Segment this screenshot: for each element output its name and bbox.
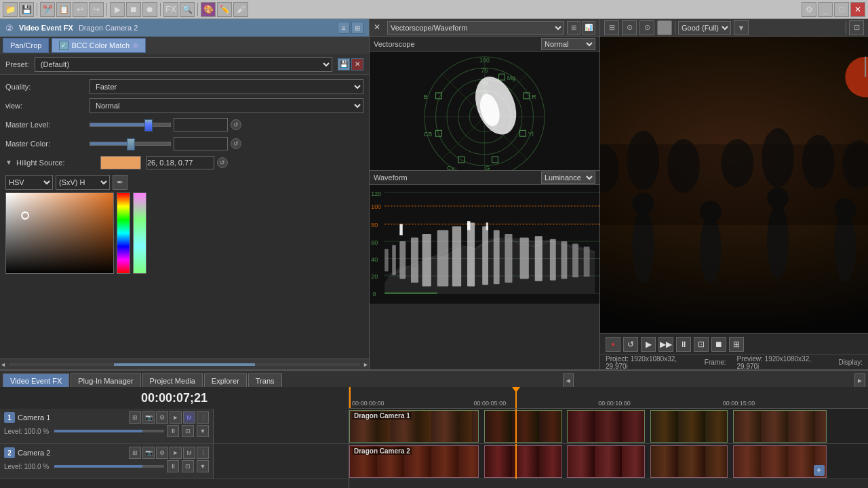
track-1-menu-btn[interactable]: ⋮ <box>197 411 209 424</box>
clip-2-5[interactable]: + <box>733 445 827 478</box>
master-level-thumb[interactable] <box>144 119 153 131</box>
color-cursor[interactable] <box>21 211 29 220</box>
track-2-pause-btn[interactable]: ⏸ <box>167 460 179 472</box>
preview-icon-3[interactable]: ⊙ <box>639 20 654 35</box>
master-level-reset[interactable]: ↺ <box>231 119 241 130</box>
tab-bcc-color-match[interactable]: ✓ BCC Color Match ⊕ <box>52 38 146 53</box>
waveform-mode-select[interactable]: Luminance <box>541 171 595 184</box>
clip-1-5[interactable] <box>733 410 827 443</box>
timeline-ruler[interactable]: 00:00:00:00 00:00:05:00 00:00:10:00 00:0… <box>349 387 868 409</box>
preview-icon-1[interactable]: ⊞ <box>604 20 619 35</box>
track-1-snap-btn[interactable]: ⊡ <box>182 425 194 437</box>
track-2-duplicate-btn[interactable]: ⊞ <box>129 447 141 459</box>
track-2-snap-btn[interactable]: ⊡ <box>182 460 194 472</box>
preview-icon-2[interactable]: ⊙ <box>622 20 637 35</box>
color-gradient-area[interactable] <box>5 192 114 274</box>
color-channel-select[interactable]: (SxV) H <box>56 175 110 190</box>
toolbar-icon-play[interactable]: ▶ <box>110 2 125 17</box>
track-2-down-btn[interactable]: ▼ <box>197 460 209 472</box>
horizontal-scrollbar[interactable] <box>9 363 360 366</box>
hilight-source-value[interactable] <box>146 156 214 169</box>
clip-1-3[interactable] <box>567 410 645 443</box>
panel-collapse-btn[interactable]: ≡ <box>338 22 350 34</box>
scrollbar-thumb[interactable] <box>114 363 254 366</box>
preset-save-btn[interactable]: 💾 <box>338 58 350 70</box>
play-btn[interactable]: ▶ <box>641 337 656 352</box>
panel-grid-btn[interactable]: ⊞ <box>351 22 363 34</box>
clip-1-4[interactable] <box>650 410 728 443</box>
scope-expand-btn[interactable]: ⊞ <box>567 21 580 35</box>
toolbar-icon-minimize[interactable]: _ <box>818 2 833 17</box>
tab-plugin-manager[interactable]: Plug-In Manager <box>71 373 140 387</box>
toolbar-icon-edit[interactable]: ✏️ <box>217 2 232 17</box>
eyedropper-btn[interactable]: ✒ <box>113 175 127 190</box>
vectorscope-mode-select[interactable]: Normal <box>541 38 595 50</box>
toolbar-icon-stop[interactable]: ⏹ <box>126 2 141 17</box>
tab-pan-crop[interactable]: Pan/Crop <box>3 38 49 53</box>
master-color-thumb[interactable] <box>127 138 135 150</box>
tab-trans[interactable]: Trans <box>248 373 282 387</box>
tab-project-media[interactable]: Project Media <box>142 373 203 387</box>
toolbar-icon-record[interactable]: ⏺ <box>142 2 157 17</box>
scroll-left-arrow[interactable]: ◄ <box>0 361 6 368</box>
preset-close-btn[interactable]: ✕ <box>351 58 363 70</box>
clip-1-1[interactable]: Dragon Camera 1 <box>349 410 479 443</box>
track-2-camera-btn[interactable]: 📷 <box>142 447 155 459</box>
track-2-mute-btn[interactable]: M <box>183 447 195 459</box>
scope-close-btn[interactable]: ✕ <box>374 22 384 33</box>
rewind-btn[interactable]: ↺ <box>623 337 638 352</box>
toolbar-icon-redo[interactable]: ↪ <box>89 2 104 17</box>
toolbar-icon-copy[interactable]: 📋 <box>56 2 71 17</box>
clip-1-2[interactable] <box>484 410 562 443</box>
toolbar-icon-zoom[interactable]: 🔍 <box>180 2 195 17</box>
quality-select[interactable]: Faster <box>90 79 363 94</box>
stop-btn[interactable]: ⏹ <box>711 337 726 352</box>
track-1-pause-btn[interactable]: ⏸ <box>167 425 179 437</box>
tab-video-event-fx[interactable]: Video Event FX <box>3 373 69 387</box>
view-select[interactable]: Normal <box>90 98 363 113</box>
clip-add-btn[interactable]: + <box>814 465 825 476</box>
toolbar-icon-new[interactable]: 📁 <box>3 2 18 17</box>
master-color-track[interactable] <box>90 142 171 146</box>
pause-btn[interactable]: ⏸ <box>676 337 691 352</box>
master-level-track[interactable] <box>90 123 171 127</box>
master-color-reset[interactable]: ↺ <box>231 138 241 149</box>
clip-2-1[interactable]: Dragon Camera 2 <box>349 445 479 478</box>
track-2-arrow-btn[interactable]: ► <box>170 447 182 459</box>
toolbar-icon-paint[interactable]: 🖌 <box>233 2 248 17</box>
master-level-value[interactable]: 71.58 <box>174 118 228 131</box>
tab-explorer[interactable]: Explorer <box>204 373 247 387</box>
preview-quality-select[interactable]: Good (Full) <box>678 21 731 35</box>
track-1-down-btn[interactable]: ▼ <box>197 425 209 437</box>
clip-2-4[interactable] <box>650 445 728 478</box>
hilight-source-reset[interactable]: ↺ <box>217 157 228 168</box>
preview-snap-btn[interactable]: ⊡ <box>849 20 864 35</box>
clip-2-3[interactable] <box>567 445 645 478</box>
scope-title-select[interactable]: Vectorscope/Waveform <box>387 21 564 35</box>
preset-select[interactable]: (Default) <box>35 57 332 72</box>
track-1-arrow-btn[interactable]: ► <box>170 411 182 424</box>
tab-check-icon[interactable]: ✓ <box>59 41 68 50</box>
record-btn[interactable]: ● <box>606 337 620 352</box>
preview-chevron-down[interactable]: ▼ <box>734 20 749 35</box>
color-model-select[interactable]: HSV <box>5 175 53 190</box>
tabs-scroll-right[interactable]: ► <box>854 373 865 387</box>
toolbar-icon-undo[interactable]: ↩ <box>73 2 87 17</box>
hilight-expand-arrow[interactable]: ▼ <box>5 159 14 167</box>
toolbar-icon-cut[interactable]: ✂️ <box>40 2 55 17</box>
track-2-settings-btn[interactable]: ⚙ <box>156 447 168 459</box>
toolbar-icon-color[interactable]: 🎨 <box>201 2 216 17</box>
scope-chart-btn[interactable]: 📊 <box>582 21 595 35</box>
hue-strip[interactable] <box>117 192 130 274</box>
loop-btn[interactable]: ⊡ <box>694 337 709 352</box>
brightness-strip[interactable] <box>133 192 146 274</box>
color-gradient-canvas[interactable] <box>6 193 114 274</box>
toolbar-icon-settings[interactable]: ⚙ <box>802 2 816 17</box>
toolbar-icon-maximize[interactable]: □ <box>834 2 849 17</box>
fast-forward-btn[interactable]: ▶▶ <box>658 337 673 352</box>
toolbar-icon-save[interactable]: 💾 <box>19 2 34 17</box>
track-1-duplicate-btn[interactable]: ⊞ <box>129 411 141 424</box>
preview-mode-circle[interactable] <box>657 20 672 35</box>
clip-2-2[interactable] <box>484 445 562 478</box>
frame-step-btn[interactable]: ⊞ <box>729 337 744 352</box>
